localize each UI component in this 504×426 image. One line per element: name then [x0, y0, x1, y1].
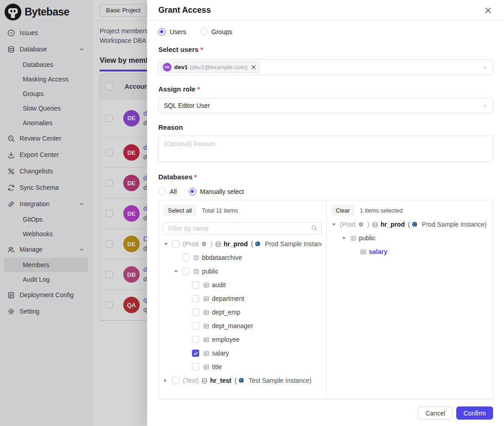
- table-icon: [203, 309, 210, 316]
- tree-row-audit[interactable]: audit: [163, 278, 322, 292]
- environment-tag: (Prod ): [340, 221, 369, 228]
- modal-footer: Cancel Confirm: [418, 406, 493, 420]
- tree-checkbox[interactable]: [182, 268, 189, 275]
- remove-user-icon[interactable]: [251, 65, 256, 70]
- app-root: Bytebase IssuesDatabaseDatabasesMasking …: [0, 0, 504, 426]
- table-icon: [203, 336, 210, 343]
- tree-row-salary[interactable]: salary: [331, 245, 488, 259]
- tree-row-hr_test[interactable]: (Test)hr_test(Test Sample Instance): [163, 374, 322, 387]
- radio-principal-users[interactable]: Users: [158, 28, 186, 36]
- chevron-down-icon: [482, 65, 488, 70]
- source-tree: (Prod )hr_prod(Prod Sample Instance)bbda…: [163, 237, 322, 387]
- chevron-down-icon: [482, 103, 488, 108]
- reason-textarea[interactable]: [158, 136, 493, 162]
- avatar: DE: [163, 63, 171, 71]
- tree-checkbox[interactable]: [182, 254, 189, 261]
- tree-node-label: dept_manager: [212, 322, 253, 330]
- required-asterisk: *: [197, 85, 200, 93]
- database-tree-source-pane: Select all Total 11 items (Prod )hr_prod…: [159, 200, 327, 399]
- radio-indicator[interactable]: [158, 188, 166, 195]
- selected-user-chip: DEdev1(dev1@example.com): [161, 61, 260, 73]
- chip-user-name: dev1: [174, 64, 188, 71]
- tree-row-hr_prod[interactable]: (Prod )hr_prod(Prod Sample Instance): [331, 218, 488, 231]
- radio-indicator[interactable]: [200, 28, 207, 36]
- environment-tag: (Prod ): [183, 240, 212, 248]
- tree-row-hr_prod[interactable]: (Prod )hr_prod(Prod Sample Instance): [163, 237, 322, 251]
- search-icon: [311, 225, 318, 231]
- tree-row-title[interactable]: title: [163, 360, 322, 374]
- assign-role-select[interactable]: SQL Editor User: [158, 98, 493, 113]
- selected-pane-header: Clear 1 items selected: [331, 205, 488, 216]
- close-icon[interactable]: [483, 5, 493, 15]
- reason-label: Reason: [158, 122, 493, 132]
- database-cylinder-icon: [201, 377, 208, 384]
- grant-access-modal: Grant Access UsersGroups Select users* D…: [147, 0, 504, 426]
- tree-checkbox[interactable]: [192, 363, 199, 370]
- table-icon: [360, 248, 367, 255]
- cancel-button[interactable]: Cancel: [418, 406, 453, 420]
- confirm-button[interactable]: Confirm: [456, 406, 493, 420]
- tree-node-label: department: [212, 295, 244, 302]
- modal-header: Grant Access: [147, 0, 504, 21]
- caret-down-icon[interactable]: [164, 243, 172, 245]
- tree-row-department[interactable]: department: [163, 292, 322, 305]
- caret-right-icon[interactable]: [164, 379, 172, 382]
- postgres-icon: [254, 241, 261, 248]
- tree-checkbox[interactable]: [172, 240, 179, 248]
- radio-label: All: [170, 188, 177, 195]
- tree-row-dept_emp[interactable]: dept_emp: [163, 305, 322, 319]
- tree-row-dept_manager[interactable]: dept_manager: [163, 319, 322, 333]
- caret-down-icon[interactable]: [174, 270, 182, 273]
- radio-label: Manually select: [200, 188, 244, 195]
- radio-db-mode-manually-select[interactable]: Manually select: [189, 188, 244, 195]
- tree-checkbox[interactable]: [192, 336, 199, 343]
- tree-checkbox[interactable]: [172, 377, 179, 384]
- database-tree-selected-pane: Clear 1 items selected (Prod )hr_prod(Pr…: [327, 200, 493, 399]
- total-items-label: Total 11 items: [202, 207, 238, 214]
- tree-row-public[interactable]: public: [331, 231, 488, 245]
- schema-icon: [350, 235, 357, 242]
- tree-checkbox[interactable]: [192, 322, 199, 330]
- caret-down-icon[interactable]: [332, 223, 340, 226]
- postgres-icon: [411, 221, 418, 228]
- tree-node-label: bbdataarchive: [202, 254, 242, 261]
- select-users-label: Select users*: [158, 45, 493, 54]
- radio-label: Users: [170, 28, 186, 36]
- tree-row-salary[interactable]: salary: [163, 346, 322, 360]
- clear-button[interactable]: Clear: [331, 205, 354, 216]
- tree-node-label: hr_test: [210, 377, 232, 384]
- database-cylinder-icon: [215, 241, 222, 248]
- table-icon: [203, 295, 210, 302]
- schema-icon: [193, 268, 200, 275]
- select-users-input[interactable]: DEdev1(dev1@example.com): [158, 59, 493, 75]
- select-all-button[interactable]: Select all: [163, 205, 197, 216]
- filter-by-name-input[interactable]: [163, 222, 322, 234]
- tree-row-employee[interactable]: employee: [163, 333, 322, 346]
- tree-row-public[interactable]: public: [163, 264, 322, 278]
- schema-icon: [193, 254, 200, 261]
- assign-role-label: Assign role*: [158, 84, 493, 93]
- table-icon: [203, 323, 210, 330]
- tree-row-bbdataarchive[interactable]: bbdataarchive: [163, 251, 322, 264]
- radio-db-mode-all[interactable]: All: [158, 188, 177, 195]
- radio-indicator[interactable]: [158, 28, 166, 36]
- caret-down-icon[interactable]: [342, 237, 350, 239]
- tree-checkbox[interactable]: [192, 350, 199, 357]
- tree-checkbox[interactable]: [192, 295, 199, 302]
- instance-label: (Prod Sample Instance): [251, 240, 322, 248]
- tree-node-label: title: [212, 363, 222, 370]
- tree-checkbox[interactable]: [192, 309, 199, 316]
- table-icon: [203, 282, 210, 289]
- database-mode-radio-group: AllManually select: [158, 187, 493, 196]
- required-asterisk: *: [194, 173, 197, 181]
- radio-label: Groups: [212, 28, 232, 36]
- tree-node-label: audit: [212, 281, 226, 289]
- radio-principal-groups[interactable]: Groups: [200, 28, 232, 36]
- radio-indicator[interactable]: [189, 188, 196, 195]
- tree-node-label: hr_prod: [224, 240, 248, 248]
- modal-body: UsersGroups Select users* DEdev1(dev1@ex…: [147, 21, 504, 400]
- tree-checkbox[interactable]: [192, 281, 199, 289]
- tree-node-label: employee: [212, 336, 240, 343]
- database-cylinder-icon: [372, 221, 378, 228]
- required-asterisk: *: [200, 46, 203, 53]
